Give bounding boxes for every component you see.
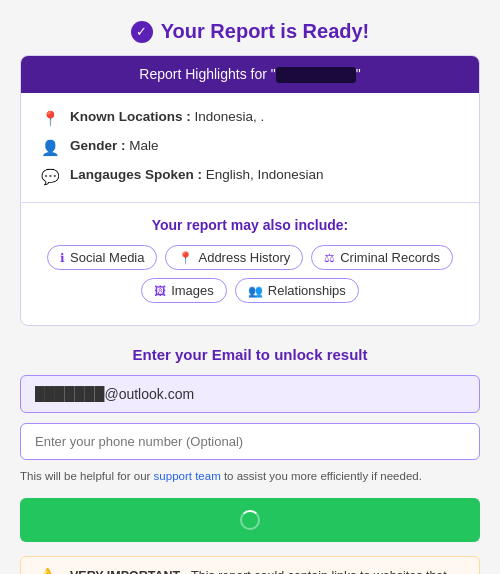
report-header-prefix: Report Highlights for ": [139, 66, 275, 82]
images-icon: 🖼: [154, 284, 166, 298]
detail-gender-label: Gender :: [70, 138, 129, 153]
detail-languages: 💬 Langauges Spoken : English, Indonesian: [41, 167, 459, 186]
helper-text-before: This will be helpful for our: [20, 470, 154, 482]
email-section: Enter your Email to unlock result docume…: [20, 346, 480, 541]
address-history-icon: 📍: [178, 251, 193, 265]
phone-input[interactable]: [20, 423, 480, 460]
detail-languages-text: Langauges Spoken : English, Indonesian: [70, 167, 324, 182]
detail-languages-value: English, Indonesian: [206, 167, 324, 182]
report-ready-header: ✓ Your Report is Ready!: [131, 20, 370, 43]
detail-locations-text: Known Locations : Indonesia, .: [70, 109, 264, 124]
support-link[interactable]: support team: [154, 470, 221, 482]
detail-gender-value: Male: [129, 138, 158, 153]
detail-locations-label: Known Locations :: [70, 109, 195, 124]
criminal-records-icon: ⚖: [324, 251, 335, 265]
warning-text: VERY IMPORTANT - This report could conta…: [70, 567, 465, 574]
warning-icon: ⚠️: [35, 567, 60, 574]
tags-row-1: ℹ Social Media 📍 Address History ⚖ Crimi…: [37, 245, 463, 270]
also-include-title: Your report may also include:: [37, 217, 463, 233]
report-card-header: Report Highlights for " ": [21, 56, 479, 93]
relationships-icon: 👥: [248, 284, 263, 298]
redacted-name: [276, 67, 356, 83]
location-icon: 📍: [41, 110, 60, 128]
tag-address-history: 📍 Address History: [165, 245, 303, 270]
tag-relationships-label: Relationships: [268, 283, 346, 298]
tag-criminal-records-label: Criminal Records: [340, 250, 440, 265]
tag-criminal-records: ⚖ Criminal Records: [311, 245, 453, 270]
social-media-icon: ℹ: [60, 251, 65, 265]
detail-locations: 📍 Known Locations : Indonesia, .: [41, 109, 459, 128]
submit-button[interactable]: [20, 498, 480, 542]
languages-icon: 💬: [41, 168, 60, 186]
detail-gender: 👤 Gender : Male: [41, 138, 459, 157]
report-card: Report Highlights for " " 📍 Known Locati…: [20, 55, 480, 326]
gender-icon: 👤: [41, 139, 60, 157]
tags-row-2: 🖼 Images 👥 Relationships: [37, 278, 463, 303]
tag-images: 🖼 Images: [141, 278, 227, 303]
tag-social-media: ℹ Social Media: [47, 245, 157, 270]
report-also-include: Your report may also include: ℹ Social M…: [21, 203, 479, 325]
helper-text-after: to assist you more efficiently if needed…: [221, 470, 422, 482]
email-input[interactable]: [20, 375, 480, 413]
warning-section: ⚠️ VERY IMPORTANT - This report could co…: [20, 556, 480, 574]
email-section-title: Enter your Email to unlock result: [20, 346, 480, 363]
tag-images-label: Images: [171, 283, 214, 298]
tag-relationships: 👥 Relationships: [235, 278, 359, 303]
warning-bold: VERY IMPORTANT: [70, 569, 180, 574]
checkmark-icon: ✓: [131, 21, 153, 43]
report-details: 📍 Known Locations : Indonesia, . 👤 Gende…: [21, 93, 479, 203]
helper-text: This will be helpful for our support tea…: [20, 468, 480, 485]
loading-spinner: [240, 510, 260, 530]
report-ready-title: Your Report is Ready!: [161, 20, 370, 43]
tag-social-media-label: Social Media: [70, 250, 144, 265]
detail-gender-text: Gender : Male: [70, 138, 159, 153]
tag-address-history-label: Address History: [198, 250, 290, 265]
detail-languages-label: Langauges Spoken :: [70, 167, 206, 182]
detail-locations-value: Indonesia, .: [195, 109, 265, 124]
email-input-wrapper: document.getElementById('emailField').va…: [20, 375, 480, 413]
report-header-suffix: ": [356, 66, 361, 82]
